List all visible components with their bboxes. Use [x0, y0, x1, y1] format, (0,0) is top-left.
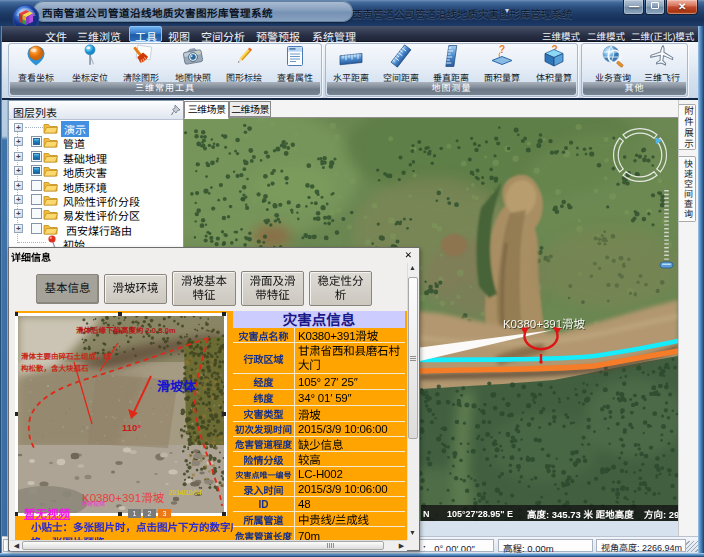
svg-text:2014/10/04: 2014/10/04 [169, 489, 202, 496]
svg-text:110°: 110° [122, 422, 141, 433]
svg-text:K0380+391滑坡: K0380+391滑坡 [503, 318, 586, 330]
svg-text:滑坡体: 滑坡体 [157, 379, 197, 394]
svg-text:高度: 345.73 米 距地高度: 高度: 345.73 米 距地高度 [527, 509, 634, 520]
svg-text:构松散，含大块孤石: 构松散，含大块孤石 [21, 364, 89, 373]
svg-text:方向: 29: 方向: 29 [644, 509, 678, 520]
svg-text:滑体后缘下陷高度约 2.0-3.0m: 滑体后缘下陷高度约 2.0-3.0m [76, 326, 176, 335]
svg-text:滑体主要由碎石土组成，结: 滑体主要由碎石土组成，结 [21, 352, 111, 361]
svg-text:105°27'28.95" E: 105°27'28.95" E [447, 509, 513, 519]
svg-text:N: N [423, 509, 430, 519]
svg-text:滑坡视频: 滑坡视频 [81, 500, 105, 507]
